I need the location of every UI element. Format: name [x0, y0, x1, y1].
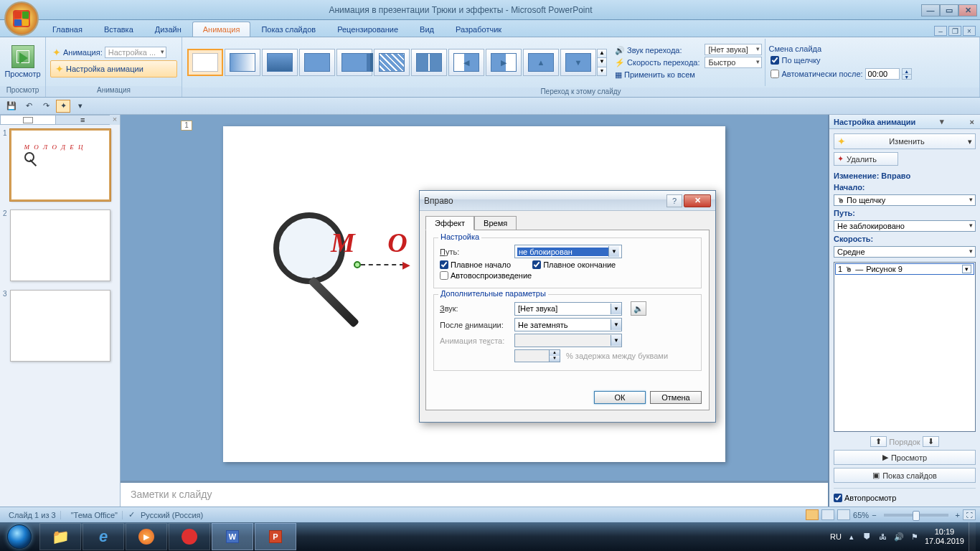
auto-after-time[interactable] — [865, 68, 900, 80]
qat-more[interactable]: ▾ — [73, 100, 88, 113]
task-explorer[interactable]: 📁 — [39, 523, 81, 550]
auto-after-checkbox[interactable] — [771, 70, 779, 78]
anim-pane-close[interactable]: × — [970, 118, 974, 126]
transition-5[interactable] — [374, 49, 410, 76]
reorder-down-button[interactable]: ⬇ — [923, 436, 939, 447]
transition-7[interactable]: ◀ — [448, 49, 484, 76]
tray-network-icon[interactable]: 🖧 — [877, 531, 889, 542]
transition-none[interactable] — [187, 49, 223, 76]
reorder-up-button[interactable]: ⬆ — [870, 436, 887, 447]
slideshow-button[interactable]: ▣Показ слайдов — [834, 468, 976, 483]
transition-sound-dropdown[interactable]: [Нет звука] — [705, 44, 762, 55]
animation-dropdown[interactable]: Настройка ... — [105, 47, 166, 58]
transition-3[interactable] — [299, 49, 335, 76]
item-dd-icon[interactable]: ▾ — [962, 265, 971, 273]
spellcheck-icon[interactable]: ✓ — [128, 510, 135, 519]
slides-tab[interactable] — [0, 115, 55, 125]
slide-thumb-1[interactable]: М О Л О Д Е Ц — [10, 129, 110, 201]
remove-effect-button[interactable]: ✦Удалить — [834, 152, 898, 166]
tray-shield-icon[interactable]: ⛊ — [862, 531, 873, 542]
panel-close-icon[interactable]: × — [110, 115, 120, 125]
tray-up-icon[interactable]: ▴ — [846, 531, 857, 542]
change-effect-button[interactable]: ✦Изменить▾ — [834, 133, 976, 149]
transition-6[interactable] — [411, 49, 447, 76]
minimize-button[interactable]: — — [921, 4, 940, 17]
smooth-start-checkbox[interactable] — [440, 260, 448, 269]
language-indicator[interactable]: Русский (Россия) — [141, 511, 203, 519]
autoreverse-checkbox[interactable] — [440, 271, 448, 280]
notes-pane[interactable]: Заметки к слайду — [121, 481, 828, 507]
maximize-button[interactable]: ▭ — [940, 4, 958, 17]
speed-dropdown[interactable]: Средне — [834, 246, 976, 258]
autopreview-checkbox[interactable] — [834, 494, 842, 502]
show-desktop-button[interactable] — [969, 522, 976, 551]
gallery-more[interactable]: ▾ — [598, 67, 606, 75]
close-button[interactable]: ✕ — [958, 4, 977, 17]
anim-pane-dropdown[interactable]: ▾ — [940, 117, 944, 126]
tray-action-icon[interactable]: ⚑ — [909, 531, 920, 542]
zoom-slider[interactable] — [884, 514, 948, 517]
transition-4[interactable] — [336, 49, 372, 76]
cancel-button[interactable]: Отмена — [650, 391, 702, 404]
slide-thumb-3[interactable] — [10, 290, 110, 362]
zoom-in-button[interactable]: + — [956, 511, 960, 519]
office-button[interactable] — [4, 1, 39, 36]
transition-speed-dropdown[interactable]: Быстро — [705, 57, 762, 68]
save-icon[interactable]: 💾 — [4, 100, 19, 113]
dlg-path-dropdown[interactable]: не блокирован▼ — [514, 245, 622, 258]
ok-button[interactable]: ОК — [594, 391, 646, 404]
sorter-view-button[interactable] — [821, 509, 834, 520]
apply-all-button[interactable]: ▦Применить ко всем — [613, 70, 702, 80]
dialog-titlebar[interactable]: Вправо ? ✕ — [420, 191, 715, 211]
zoom-out-button[interactable]: − — [872, 511, 876, 519]
task-powerpoint[interactable]: P — [255, 523, 296, 550]
task-wmp[interactable]: ▶ — [126, 523, 167, 550]
dialog-tab-timing[interactable]: Время — [474, 216, 517, 230]
normal-view-button[interactable] — [806, 509, 819, 520]
gallery-up[interactable]: ▲ — [598, 50, 606, 57]
tab-review[interactable]: Рецензирование — [326, 22, 409, 37]
gallery-down[interactable]: ▼ — [598, 57, 606, 66]
tab-design[interactable]: Дизайн — [144, 22, 192, 37]
sound-volume-button[interactable]: 🔈 — [631, 301, 646, 316]
tray-volume-icon[interactable]: 🔊 — [893, 531, 905, 542]
animation-list-item[interactable]: 1 🖱 — Рисунок 9 ▾ — [835, 263, 974, 275]
transition-9[interactable]: ▲ — [523, 49, 559, 76]
tab-developer[interactable]: Разработчик — [445, 22, 512, 37]
dlg-sound-dropdown[interactable]: [Нет звука]▼ — [514, 302, 622, 316]
tab-home[interactable]: Главная — [42, 22, 93, 37]
play-button[interactable]: ▶Просмотр — [834, 450, 976, 465]
tab-view[interactable]: Вид — [409, 22, 445, 37]
dialog-help-button[interactable]: ? — [666, 194, 682, 207]
transition-fade[interactable] — [225, 49, 260, 76]
doc-close-button[interactable]: × — [963, 26, 976, 36]
task-opera[interactable] — [169, 523, 210, 550]
transition-10[interactable]: ▼ — [560, 49, 596, 76]
preview-button[interactable]: Просмотр — [4, 44, 41, 80]
fit-window-button[interactable]: ⛶ — [963, 509, 976, 520]
dlg-after-dropdown[interactable]: Не затемнять▼ — [514, 318, 622, 331]
slide-thumb-2[interactable] — [10, 209, 110, 281]
qat-custom-icon[interactable]: ✦ — [56, 100, 70, 113]
task-word[interactable]: W — [212, 523, 253, 550]
tab-slideshow[interactable]: Показ слайдов — [250, 22, 326, 37]
doc-restore-button[interactable]: ❐ — [948, 26, 961, 36]
dialog-tab-effect[interactable]: Эффект — [425, 216, 474, 230]
transition-2[interactable] — [262, 49, 298, 76]
on-click-checkbox[interactable] — [771, 56, 779, 65]
tab-insert[interactable]: Вставка — [93, 22, 144, 37]
tab-animation[interactable]: Анимация — [192, 22, 251, 37]
smooth-end-checkbox[interactable] — [532, 260, 541, 269]
redo-icon[interactable]: ↷ — [39, 100, 53, 113]
slideshow-view-button[interactable] — [837, 509, 850, 520]
dialog-close-button[interactable]: ✕ — [684, 194, 711, 207]
tray-clock[interactable]: 10:19 17.04.2019 — [925, 527, 964, 546]
animation-list[interactable]: 1 🖱 — Рисунок 9 ▾ — [834, 262, 976, 432]
custom-animation-button[interactable]: Настройка анимации — [66, 65, 143, 73]
doc-minimize-button[interactable]: – — [934, 26, 947, 36]
task-ie[interactable]: e — [83, 523, 124, 550]
start-dropdown[interactable]: 🖱 По щелчку — [834, 194, 976, 206]
transition-8[interactable]: ▶ — [486, 49, 522, 76]
zoom-level[interactable]: 65% — [853, 511, 869, 519]
start-button[interactable] — [0, 522, 39, 551]
